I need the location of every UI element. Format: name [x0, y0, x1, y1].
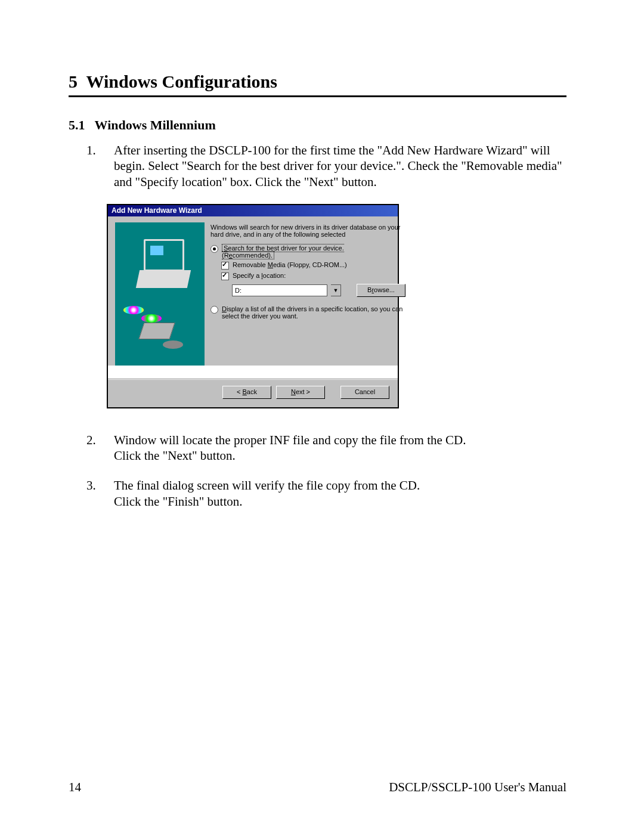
step-2: 2. Window will locate the proper INF fil… [69, 432, 566, 464]
wizard-intro-text: Windows will search for new drivers in i… [210, 224, 405, 239]
computer-base-icon [136, 270, 191, 288]
wizard-side-art [115, 222, 205, 366]
heading-rule [69, 95, 566, 97]
section-heading: 5.1 Windows Millennium [69, 117, 566, 133]
radio-icon [210, 245, 218, 253]
next-button[interactable]: Next > [276, 386, 325, 399]
browse-button[interactable]: Browse... [357, 284, 405, 297]
footer-doc-title: DSCLP/SSCLP-100 User's Manual [389, 780, 566, 795]
radio-display-driver-list[interactable]: Display a list of all the drivers in a s… [210, 305, 405, 320]
back-button[interactable]: < Back [222, 386, 271, 399]
wizard-dialog: Add New Hardware Wizard Windows will sea… [107, 204, 399, 408]
cd-icon [163, 340, 183, 349]
page-number: 14 [69, 780, 81, 795]
cancel-button[interactable]: Cancel [340, 386, 389, 399]
step-text: After inserting the DSCLP-100 for the fi… [114, 143, 566, 190]
step-1: 1. After inserting the DSCLP-100 for the… [69, 143, 566, 190]
checkbox-icon [221, 262, 229, 270]
chapter-title: Windows Configurations [86, 72, 277, 91]
wizard-titlebar: Add New Hardware Wizard [108, 205, 398, 216]
step-text: Click the "Finish" button. [114, 494, 566, 509]
monitor-icon [144, 239, 184, 271]
chapter-number: 5 [69, 72, 78, 91]
section-number: 5.1 [69, 117, 85, 132]
step-text: Window will locate the proper INF file a… [114, 432, 566, 448]
cd-icon [141, 314, 162, 323]
step-text: Click the "Next" button. [114, 448, 566, 463]
radio-icon [210, 306, 218, 314]
checkbox-removable-media[interactable]: Removable Media (Floppy, CD-ROM...) [221, 261, 405, 270]
section-title: Windows Millennium [95, 117, 216, 132]
step-text: The final dialog screen will verify the … [114, 478, 566, 493]
cd-icon [123, 306, 144, 314]
chapter-heading: 5 Windows Configurations [69, 72, 566, 92]
checkbox-specify-location[interactable]: Specify a location: [221, 272, 405, 280]
location-input[interactable]: D: [232, 284, 327, 296]
dropdown-arrow-icon[interactable]: ▼ [331, 284, 341, 296]
radio-search-best-driver[interactable]: Search for the best driver for your devi… [210, 244, 405, 259]
step-number: 2. [86, 432, 114, 448]
step-3: 3. The final dialog screen will verify t… [69, 478, 566, 509]
step-number: 3. [86, 478, 114, 493]
checkbox-icon [221, 272, 229, 280]
step-number: 1. [86, 143, 114, 190]
drive-icon [138, 323, 175, 339]
